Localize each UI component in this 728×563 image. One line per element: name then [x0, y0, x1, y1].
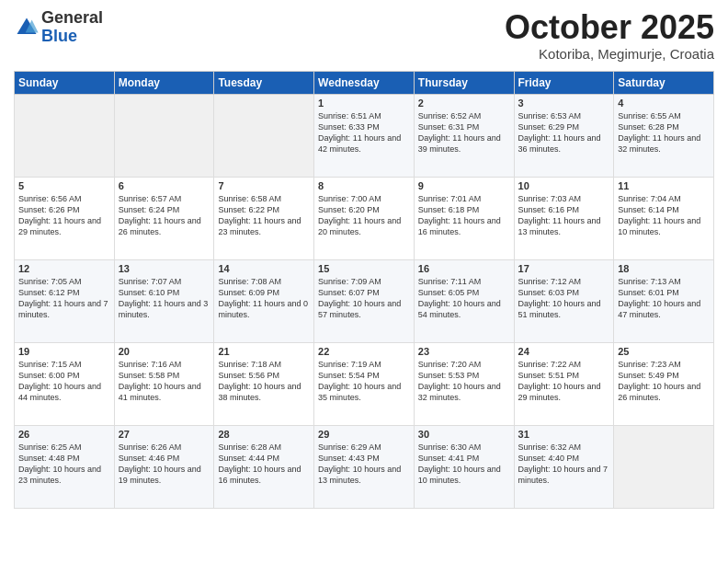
calendar-cell: 18Sunrise: 7:13 AMSunset: 6:01 PMDayligh… — [614, 259, 714, 342]
cell-content: Sunrise: 6:29 AMSunset: 4:43 PMDaylight:… — [318, 442, 410, 487]
calendar-week-1: 1Sunrise: 6:51 AMSunset: 6:33 PMDaylight… — [15, 94, 714, 177]
calendar-cell: 25Sunrise: 7:23 AMSunset: 5:49 PMDayligh… — [614, 342, 714, 425]
calendar-cell: 30Sunrise: 6:30 AMSunset: 4:41 PMDayligh… — [414, 425, 514, 508]
calendar-cell: 8Sunrise: 7:00 AMSunset: 6:20 PMDaylight… — [314, 177, 415, 259]
cell-content: Sunrise: 6:55 AMSunset: 6:28 PMDaylight:… — [618, 110, 710, 155]
day-number: 14 — [218, 263, 310, 274]
cell-content: Sunrise: 7:04 AMSunset: 6:14 PMDaylight:… — [618, 193, 710, 238]
day-number: 12 — [18, 263, 110, 274]
calendar-cell: 9Sunrise: 7:01 AMSunset: 6:18 PMDaylight… — [414, 177, 514, 259]
day-number: 27 — [119, 429, 210, 440]
calendar-cell: 16Sunrise: 7:11 AMSunset: 6:05 PMDayligh… — [414, 259, 514, 342]
calendar-cell: 24Sunrise: 7:22 AMSunset: 5:51 PMDayligh… — [514, 342, 614, 425]
day-number: 18 — [618, 263, 710, 274]
cell-content: Sunrise: 7:08 AMSunset: 6:09 PMDaylight:… — [218, 276, 310, 321]
cell-content: Sunrise: 6:32 AMSunset: 4:40 PMDaylight:… — [518, 442, 610, 487]
column-header-monday: Monday — [114, 71, 214, 94]
day-number: 4 — [618, 98, 710, 109]
calendar-cell: 12Sunrise: 7:05 AMSunset: 6:12 PMDayligh… — [15, 259, 115, 342]
header-row: SundayMondayTuesdayWednesdayThursdayFrid… — [15, 71, 714, 94]
cell-content: Sunrise: 7:19 AMSunset: 5:54 PMDaylight:… — [318, 359, 410, 404]
day-number: 28 — [218, 429, 310, 440]
cell-content: Sunrise: 7:11 AMSunset: 6:05 PMDaylight:… — [418, 276, 510, 321]
day-number: 6 — [119, 180, 210, 191]
column-header-sunday: Sunday — [15, 71, 115, 94]
page-header: General Blue October 2025 Kotoriba, Megi… — [14, 9, 714, 62]
calendar-week-3: 12Sunrise: 7:05 AMSunset: 6:12 PMDayligh… — [15, 259, 714, 342]
cell-content: Sunrise: 6:53 AMSunset: 6:29 PMDaylight:… — [518, 110, 610, 155]
cell-content: Sunrise: 7:16 AMSunset: 5:58 PMDaylight:… — [119, 359, 210, 404]
calendar-cell: 19Sunrise: 7:15 AMSunset: 6:00 PMDayligh… — [15, 342, 115, 425]
calendar-cell: 20Sunrise: 7:16 AMSunset: 5:58 PMDayligh… — [114, 342, 214, 425]
cell-content: Sunrise: 6:30 AMSunset: 4:41 PMDaylight:… — [418, 442, 510, 487]
calendar-cell: 7Sunrise: 6:58 AMSunset: 6:22 PMDaylight… — [214, 177, 314, 259]
calendar-week-4: 19Sunrise: 7:15 AMSunset: 6:00 PMDayligh… — [15, 342, 714, 425]
logo: General Blue — [14, 9, 103, 46]
calendar-cell: 1Sunrise: 6:51 AMSunset: 6:33 PMDaylight… — [314, 94, 415, 177]
cell-content: Sunrise: 6:51 AMSunset: 6:33 PMDaylight:… — [318, 110, 410, 155]
calendar-cell — [214, 94, 314, 177]
calendar-week-2: 5Sunrise: 6:56 AMSunset: 6:26 PMDaylight… — [15, 177, 714, 259]
cell-content: Sunrise: 7:03 AMSunset: 6:16 PMDaylight:… — [518, 193, 610, 238]
calendar-cell — [114, 94, 214, 177]
calendar-cell: 23Sunrise: 7:20 AMSunset: 5:53 PMDayligh… — [414, 342, 514, 425]
calendar-cell: 17Sunrise: 7:12 AMSunset: 6:03 PMDayligh… — [514, 259, 614, 342]
logo-general: General — [41, 9, 103, 28]
cell-content: Sunrise: 6:25 AMSunset: 4:48 PMDaylight:… — [18, 442, 110, 487]
day-number: 20 — [119, 346, 210, 357]
cell-content: Sunrise: 7:01 AMSunset: 6:18 PMDaylight:… — [418, 193, 510, 238]
calendar-cell: 22Sunrise: 7:19 AMSunset: 5:54 PMDayligh… — [314, 342, 415, 425]
page-container: General Blue October 2025 Kotoriba, Megi… — [0, 0, 728, 518]
location-subtitle: Kotoriba, Megimurje, Croatia — [505, 46, 714, 62]
month-title: October 2025 — [505, 9, 714, 46]
column-header-saturday: Saturday — [614, 71, 714, 94]
column-header-wednesday: Wednesday — [314, 71, 415, 94]
day-number: 3 — [518, 98, 610, 109]
day-number: 10 — [518, 180, 610, 191]
day-number: 31 — [518, 429, 610, 440]
day-number: 21 — [218, 346, 310, 357]
calendar-week-5: 26Sunrise: 6:25 AMSunset: 4:48 PMDayligh… — [15, 425, 714, 508]
day-number: 1 — [318, 98, 410, 109]
cell-content: Sunrise: 7:23 AMSunset: 5:49 PMDaylight:… — [618, 359, 710, 404]
day-number: 19 — [18, 346, 110, 357]
calendar-cell: 29Sunrise: 6:29 AMSunset: 4:43 PMDayligh… — [314, 425, 415, 508]
day-number: 13 — [119, 263, 210, 274]
day-number: 29 — [318, 429, 410, 440]
cell-content: Sunrise: 7:22 AMSunset: 5:51 PMDaylight:… — [518, 359, 610, 404]
calendar-cell: 31Sunrise: 6:32 AMSunset: 4:40 PMDayligh… — [514, 425, 614, 508]
calendar-cell: 26Sunrise: 6:25 AMSunset: 4:48 PMDayligh… — [15, 425, 115, 508]
day-number: 17 — [518, 263, 610, 274]
cell-content: Sunrise: 6:56 AMSunset: 6:26 PMDaylight:… — [18, 193, 110, 238]
calendar-cell: 5Sunrise: 6:56 AMSunset: 6:26 PMDaylight… — [15, 177, 115, 259]
calendar-cell: 11Sunrise: 7:04 AMSunset: 6:14 PMDayligh… — [614, 177, 714, 259]
column-header-tuesday: Tuesday — [214, 71, 314, 94]
calendar-table: SundayMondayTuesdayWednesdayThursdayFrid… — [14, 71, 714, 509]
day-number: 23 — [418, 346, 510, 357]
calendar-cell: 13Sunrise: 7:07 AMSunset: 6:10 PMDayligh… — [114, 259, 214, 342]
logo-text: General Blue — [41, 9, 103, 46]
cell-content: Sunrise: 6:58 AMSunset: 6:22 PMDaylight:… — [218, 193, 310, 238]
calendar-body: 1Sunrise: 6:51 AMSunset: 6:33 PMDaylight… — [15, 94, 714, 508]
logo-icon — [14, 15, 40, 40]
title-section: October 2025 Kotoriba, Megimurje, Croati… — [505, 9, 714, 62]
calendar-cell: 14Sunrise: 7:08 AMSunset: 6:09 PMDayligh… — [214, 259, 314, 342]
cell-content: Sunrise: 7:09 AMSunset: 6:07 PMDaylight:… — [318, 276, 410, 321]
day-number: 30 — [418, 429, 510, 440]
calendar-cell — [614, 425, 714, 508]
calendar-cell: 15Sunrise: 7:09 AMSunset: 6:07 PMDayligh… — [314, 259, 415, 342]
cell-content: Sunrise: 6:57 AMSunset: 6:24 PMDaylight:… — [119, 193, 210, 238]
calendar-cell: 6Sunrise: 6:57 AMSunset: 6:24 PMDaylight… — [114, 177, 214, 259]
cell-content: Sunrise: 7:00 AMSunset: 6:20 PMDaylight:… — [318, 193, 410, 238]
cell-content: Sunrise: 7:12 AMSunset: 6:03 PMDaylight:… — [518, 276, 610, 321]
day-number: 22 — [318, 346, 410, 357]
cell-content: Sunrise: 6:52 AMSunset: 6:31 PMDaylight:… — [418, 110, 510, 155]
cell-content: Sunrise: 7:20 AMSunset: 5:53 PMDaylight:… — [418, 359, 510, 404]
calendar-cell: 27Sunrise: 6:26 AMSunset: 4:46 PMDayligh… — [114, 425, 214, 508]
day-number: 11 — [618, 180, 710, 191]
day-number: 25 — [618, 346, 710, 357]
column-header-thursday: Thursday — [414, 71, 514, 94]
calendar-cell: 3Sunrise: 6:53 AMSunset: 6:29 PMDaylight… — [514, 94, 614, 177]
calendar-cell: 21Sunrise: 7:18 AMSunset: 5:56 PMDayligh… — [214, 342, 314, 425]
cell-content: Sunrise: 6:28 AMSunset: 4:44 PMDaylight:… — [218, 442, 310, 487]
